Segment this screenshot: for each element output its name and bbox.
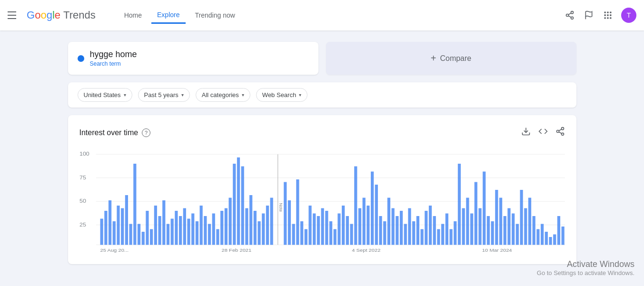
search-area: hygge home Search term + Compare (68, 42, 576, 75)
svg-rect-100 (375, 185, 377, 245)
svg-rect-41 (121, 208, 124, 245)
svg-rect-98 (367, 206, 369, 245)
chart-container: 100 75 50 25 Note 25 Aug 20... 28 Feb 20… (79, 148, 565, 253)
svg-rect-91 (337, 214, 340, 245)
svg-rect-43 (129, 224, 132, 245)
svg-rect-106 (399, 211, 402, 245)
svg-rect-141 (545, 232, 547, 245)
svg-rect-80 (292, 224, 295, 245)
svg-rect-10 (607, 14, 608, 16)
svg-rect-13 (607, 17, 608, 19)
svg-point-2 (571, 17, 574, 19)
filter-time[interactable]: Past 5 years ▾ (138, 88, 190, 102)
svg-rect-121 (462, 208, 465, 245)
svg-rect-70 (241, 167, 244, 245)
header: Google Trends Home Explore Trending now (0, 0, 644, 30)
svg-rect-36 (100, 219, 103, 245)
svg-text:4 Sept 2022: 4 Sept 2022 (352, 247, 380, 252)
logo-text: Google (27, 9, 60, 21)
user-avatar[interactable]: T (621, 8, 636, 23)
search-text-area: hygge home Search term (90, 49, 137, 67)
filter-search-type-arrow: ▾ (299, 92, 301, 98)
main-content: hygge home Search term + Compare United … (60, 30, 584, 283)
svg-rect-110 (416, 216, 419, 245)
search-term-text: hygge home (90, 49, 137, 59)
nav-trending[interactable]: Trending now (189, 8, 241, 23)
search-box[interactable]: hygge home Search term (68, 42, 318, 75)
windows-activate-subtitle: Go to Settings to activate Windows. (537, 269, 634, 276)
search-dot-indicator (78, 55, 84, 62)
svg-rect-39 (112, 221, 115, 245)
nav-explore[interactable]: Explore (151, 7, 185, 24)
svg-text:10 Mar 2024: 10 Mar 2024 (482, 247, 512, 252)
nav-home[interactable]: Home (119, 8, 148, 23)
svg-rect-115 (437, 229, 440, 245)
svg-rect-94 (350, 224, 353, 245)
svg-rect-77 (270, 198, 273, 245)
compare-box[interactable]: + Compare (326, 42, 576, 75)
svg-rect-137 (528, 198, 531, 245)
download-icon[interactable] (521, 127, 531, 138)
svg-rect-87 (321, 208, 324, 245)
svg-rect-76 (266, 206, 268, 245)
svg-rect-49 (154, 206, 157, 245)
svg-rect-96 (358, 208, 361, 245)
svg-rect-138 (532, 216, 535, 245)
filter-search-type[interactable]: Web Search ▾ (256, 88, 307, 102)
svg-rect-73 (253, 211, 256, 245)
windows-activate-title: Activate Windows (537, 259, 634, 269)
svg-rect-48 (150, 229, 153, 245)
svg-rect-60 (199, 206, 202, 245)
svg-rect-9 (604, 14, 606, 16)
svg-rect-135 (520, 190, 523, 245)
svg-rect-139 (536, 229, 539, 245)
filter-category[interactable]: All categories ▾ (196, 88, 250, 102)
svg-rect-140 (541, 224, 544, 245)
svg-rect-50 (158, 216, 161, 245)
svg-rect-47 (146, 211, 149, 245)
svg-rect-14 (610, 17, 611, 19)
flag-icon[interactable] (583, 10, 594, 21)
svg-rect-6 (604, 12, 606, 13)
svg-rect-134 (515, 224, 518, 245)
help-icon[interactable]: ? (142, 128, 150, 137)
svg-rect-79 (287, 200, 290, 245)
windows-watermark: Activate Windows Go to Settings to activ… (537, 259, 634, 276)
svg-rect-128 (491, 221, 494, 245)
svg-rect-44 (133, 164, 136, 245)
filters-bar: United States ▾ Past 5 years ▾ All categ… (68, 82, 576, 108)
svg-rect-132 (507, 208, 510, 245)
apps-icon[interactable] (602, 10, 614, 21)
header-left: Google Trends Home Explore Trending now (8, 7, 241, 24)
svg-rect-103 (387, 198, 390, 245)
svg-rect-8 (610, 12, 611, 13)
svg-line-20 (559, 129, 562, 130)
svg-rect-37 (104, 211, 107, 245)
svg-rect-130 (499, 198, 502, 245)
svg-rect-71 (245, 208, 248, 245)
interest-over-time-section: Interest over time ? (68, 115, 576, 264)
svg-rect-107 (404, 224, 406, 245)
svg-rect-56 (183, 208, 186, 245)
svg-rect-69 (237, 158, 239, 245)
embed-icon[interactable] (538, 127, 548, 138)
svg-rect-54 (175, 211, 178, 245)
svg-rect-112 (425, 211, 427, 245)
svg-rect-51 (162, 200, 165, 245)
svg-rect-85 (313, 214, 316, 245)
share-chart-icon[interactable] (555, 127, 565, 138)
svg-rect-75 (262, 214, 265, 245)
svg-line-3 (568, 16, 571, 17)
svg-rect-113 (428, 206, 431, 245)
search-term-label: Search term (90, 60, 137, 67)
filter-country[interactable]: United States ▾ (78, 88, 132, 102)
google-trends-logo[interactable]: Google Trends (27, 9, 96, 21)
svg-line-19 (559, 132, 562, 133)
svg-rect-46 (141, 232, 144, 245)
share-icon[interactable] (564, 10, 575, 21)
svg-rect-55 (178, 216, 181, 245)
svg-rect-136 (524, 208, 527, 245)
svg-rect-126 (483, 172, 485, 245)
svg-rect-38 (108, 200, 111, 245)
hamburger-menu-icon[interactable] (8, 10, 19, 21)
